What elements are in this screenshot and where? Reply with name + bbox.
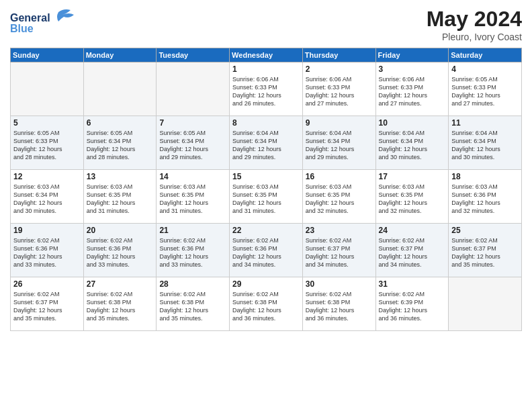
day-number: 5 xyxy=(13,118,81,128)
calendar-cell: 23Sunrise: 6:02 AM Sunset: 6:37 PM Dayli… xyxy=(302,224,375,277)
calendar-cell: 10Sunrise: 6:04 AM Sunset: 6:34 PM Dayli… xyxy=(375,116,449,170)
day-info: Sunrise: 6:04 AM Sunset: 6:34 PM Dayligh… xyxy=(232,129,300,162)
day-info: Sunrise: 6:04 AM Sunset: 6:34 PM Dayligh… xyxy=(306,129,373,162)
calendar-cell: 22Sunrise: 6:02 AM Sunset: 6:36 PM Dayli… xyxy=(230,224,303,277)
day-number: 24 xyxy=(379,226,446,235)
calendar-cell xyxy=(11,62,84,116)
day-number: 19 xyxy=(13,226,81,235)
day-number: 22 xyxy=(232,226,300,235)
calendar-table: Sunday Monday Tuesday Wednesday Thursday… xyxy=(10,48,522,331)
day-info: Sunrise: 6:05 AM Sunset: 6:34 PM Dayligh… xyxy=(87,129,154,162)
title-area: May 2024 Pleuro, Ivory Coast xyxy=(427,7,522,42)
day-number: 6 xyxy=(87,118,154,128)
header-thursday: Thursday xyxy=(302,48,375,62)
calendar-cell: 5Sunrise: 6:05 AM Sunset: 6:33 PM Daylig… xyxy=(11,116,84,170)
svg-text:Blue: Blue xyxy=(10,23,34,34)
week-row-1: 1Sunrise: 6:06 AM Sunset: 6:33 PM Daylig… xyxy=(11,62,522,116)
svg-text:General: General xyxy=(10,12,50,24)
day-info: Sunrise: 6:03 AM Sunset: 6:35 PM Dayligh… xyxy=(379,183,446,216)
day-info: Sunrise: 6:02 AM Sunset: 6:37 PM Dayligh… xyxy=(13,290,81,323)
day-info: Sunrise: 6:03 AM Sunset: 6:35 PM Dayligh… xyxy=(306,183,373,216)
calendar-cell: 7Sunrise: 6:05 AM Sunset: 6:34 PM Daylig… xyxy=(157,116,230,170)
header-tuesday: Tuesday xyxy=(157,48,230,62)
day-info: Sunrise: 6:03 AM Sunset: 6:34 PM Dayligh… xyxy=(13,183,81,216)
calendar-cell: 13Sunrise: 6:03 AM Sunset: 6:35 PM Dayli… xyxy=(83,170,157,224)
day-number: 4 xyxy=(451,64,519,74)
day-number: 21 xyxy=(159,226,226,235)
week-row-2: 5Sunrise: 6:05 AM Sunset: 6:33 PM Daylig… xyxy=(11,116,522,170)
calendar-cell: 19Sunrise: 6:02 AM Sunset: 6:36 PM Dayli… xyxy=(11,224,84,277)
header: General Blue May 2024 Pleuro, Ivory Coas… xyxy=(10,7,522,42)
day-number: 2 xyxy=(306,64,373,74)
calendar-cell: 18Sunrise: 6:03 AM Sunset: 6:36 PM Dayli… xyxy=(449,170,522,224)
header-saturday: Saturday xyxy=(449,48,522,62)
week-row-3: 12Sunrise: 6:03 AM Sunset: 6:34 PM Dayli… xyxy=(11,170,522,224)
calendar-cell: 30Sunrise: 6:02 AM Sunset: 6:38 PM Dayli… xyxy=(302,277,375,331)
day-info: Sunrise: 6:02 AM Sunset: 6:38 PM Dayligh… xyxy=(87,290,154,323)
calendar-cell: 16Sunrise: 6:03 AM Sunset: 6:35 PM Dayli… xyxy=(302,170,375,224)
calendar-cell: 4Sunrise: 6:05 AM Sunset: 6:33 PM Daylig… xyxy=(449,62,522,116)
day-info: Sunrise: 6:03 AM Sunset: 6:35 PM Dayligh… xyxy=(232,183,300,216)
calendar-cell: 17Sunrise: 6:03 AM Sunset: 6:35 PM Dayli… xyxy=(375,170,449,224)
day-number: 31 xyxy=(379,279,446,289)
day-info: Sunrise: 6:02 AM Sunset: 6:36 PM Dayligh… xyxy=(159,236,226,269)
calendar-cell: 26Sunrise: 6:02 AM Sunset: 6:37 PM Dayli… xyxy=(11,277,84,331)
calendar-cell: 21Sunrise: 6:02 AM Sunset: 6:36 PM Dayli… xyxy=(157,224,230,277)
month-title: May 2024 xyxy=(427,7,522,32)
day-info: Sunrise: 6:02 AM Sunset: 6:38 PM Dayligh… xyxy=(159,290,226,323)
day-info: Sunrise: 6:03 AM Sunset: 6:35 PM Dayligh… xyxy=(87,183,154,216)
header-monday: Monday xyxy=(83,48,157,62)
day-info: Sunrise: 6:04 AM Sunset: 6:34 PM Dayligh… xyxy=(379,129,446,162)
day-number: 3 xyxy=(379,64,446,74)
calendar-cell xyxy=(449,277,522,331)
day-info: Sunrise: 6:06 AM Sunset: 6:33 PM Dayligh… xyxy=(306,75,373,108)
day-info: Sunrise: 6:06 AM Sunset: 6:33 PM Dayligh… xyxy=(232,75,300,108)
calendar-cell: 6Sunrise: 6:05 AM Sunset: 6:34 PM Daylig… xyxy=(83,116,157,170)
header-sunday: Sunday xyxy=(11,48,84,62)
day-number: 29 xyxy=(232,279,300,289)
day-info: Sunrise: 6:04 AM Sunset: 6:34 PM Dayligh… xyxy=(451,129,519,162)
day-info: Sunrise: 6:02 AM Sunset: 6:38 PM Dayligh… xyxy=(232,290,300,323)
day-number: 23 xyxy=(306,226,373,235)
day-info: Sunrise: 6:05 AM Sunset: 6:33 PM Dayligh… xyxy=(451,75,519,108)
day-info: Sunrise: 6:06 AM Sunset: 6:33 PM Dayligh… xyxy=(379,75,446,108)
day-number: 9 xyxy=(306,118,373,128)
day-number: 12 xyxy=(13,172,81,181)
calendar-cell: 1Sunrise: 6:06 AM Sunset: 6:33 PM Daylig… xyxy=(230,62,303,116)
calendar-cell: 11Sunrise: 6:04 AM Sunset: 6:34 PM Dayli… xyxy=(449,116,522,170)
calendar-cell: 31Sunrise: 6:02 AM Sunset: 6:39 PM Dayli… xyxy=(375,277,449,331)
calendar-cell: 12Sunrise: 6:03 AM Sunset: 6:34 PM Dayli… xyxy=(11,170,84,224)
day-number: 20 xyxy=(87,226,154,235)
day-info: Sunrise: 6:03 AM Sunset: 6:35 PM Dayligh… xyxy=(159,183,226,216)
day-info: Sunrise: 6:02 AM Sunset: 6:37 PM Dayligh… xyxy=(306,236,373,269)
day-number: 11 xyxy=(451,118,519,128)
day-number: 13 xyxy=(87,172,154,181)
weekday-header-row: Sunday Monday Tuesday Wednesday Thursday… xyxy=(11,48,522,62)
day-number: 28 xyxy=(159,279,226,289)
day-number: 17 xyxy=(379,172,446,181)
calendar-cell: 8Sunrise: 6:04 AM Sunset: 6:34 PM Daylig… xyxy=(230,116,303,170)
calendar-cell: 3Sunrise: 6:06 AM Sunset: 6:33 PM Daylig… xyxy=(375,62,449,116)
calendar-cell: 25Sunrise: 6:02 AM Sunset: 6:37 PM Dayli… xyxy=(449,224,522,277)
logo-text: General Blue xyxy=(10,7,84,40)
day-number: 10 xyxy=(379,118,446,128)
calendar-cell xyxy=(157,62,230,116)
day-number: 15 xyxy=(232,172,300,181)
day-info: Sunrise: 6:02 AM Sunset: 6:37 PM Dayligh… xyxy=(451,236,519,269)
calendar-cell: 29Sunrise: 6:02 AM Sunset: 6:38 PM Dayli… xyxy=(230,277,303,331)
day-number: 16 xyxy=(306,172,373,181)
calendar-cell: 24Sunrise: 6:02 AM Sunset: 6:37 PM Dayli… xyxy=(375,224,449,277)
day-number: 8 xyxy=(232,118,300,128)
day-number: 27 xyxy=(87,279,154,289)
day-info: Sunrise: 6:02 AM Sunset: 6:38 PM Dayligh… xyxy=(306,290,373,323)
calendar-cell: 9Sunrise: 6:04 AM Sunset: 6:34 PM Daylig… xyxy=(302,116,375,170)
day-number: 1 xyxy=(232,64,300,74)
week-row-4: 19Sunrise: 6:02 AM Sunset: 6:36 PM Dayli… xyxy=(11,224,522,277)
day-info: Sunrise: 6:02 AM Sunset: 6:39 PM Dayligh… xyxy=(379,290,446,323)
location: Pleuro, Ivory Coast xyxy=(427,32,522,42)
header-wednesday: Wednesday xyxy=(230,48,303,62)
day-number: 30 xyxy=(306,279,373,289)
logo: General Blue xyxy=(10,7,84,40)
day-info: Sunrise: 6:02 AM Sunset: 6:36 PM Dayligh… xyxy=(232,236,300,269)
calendar-cell: 27Sunrise: 6:02 AM Sunset: 6:38 PM Dayli… xyxy=(83,277,157,331)
